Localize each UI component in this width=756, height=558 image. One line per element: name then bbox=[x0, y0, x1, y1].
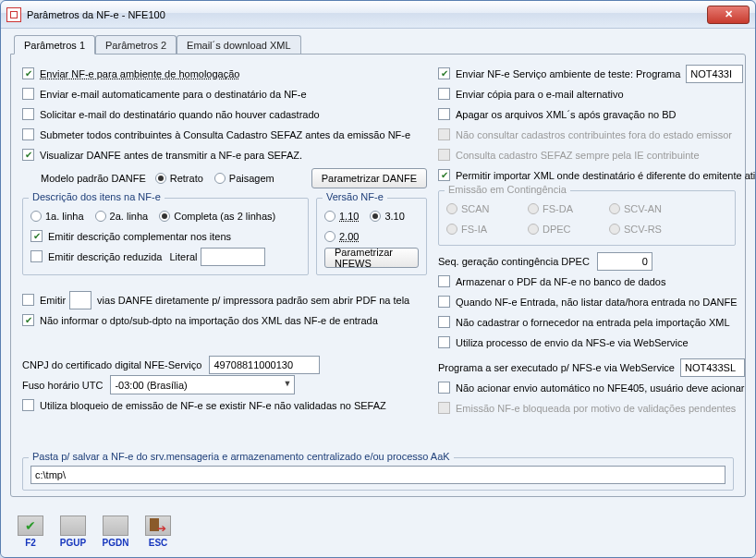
input-prog-ws[interactable] bbox=[680, 358, 745, 377]
radio-paisagem[interactable] bbox=[214, 173, 226, 184]
input-seq-dpec[interactable] bbox=[597, 252, 652, 271]
lbl-fsda: FS-DA bbox=[543, 203, 598, 214]
lbl-homologacao: Enviar NF-e para ambiente de homologação bbox=[40, 68, 239, 79]
chk-solicitar-email[interactable] bbox=[22, 108, 34, 120]
lbl-scvrs: SCV-RS bbox=[624, 224, 662, 235]
lbl-completa: Completa (as 2 linhas) bbox=[174, 211, 275, 222]
input-vias[interactable] bbox=[69, 291, 91, 309]
select-fuso-value: -03:00 (Brasília) bbox=[115, 380, 187, 391]
app-icon bbox=[6, 7, 21, 22]
pgdn-icon bbox=[103, 516, 128, 536]
legend-contingencia: Emissão em Contingência bbox=[445, 184, 570, 195]
chk-nao-acionar[interactable] bbox=[438, 382, 450, 394]
radio-v200[interactable] bbox=[324, 231, 335, 242]
chk-homologacao[interactable] bbox=[22, 67, 34, 79]
lbl-emitir-reduzida: Emitir descrição reduzida bbox=[48, 251, 163, 262]
lbl-email-auto: Enviar e-mail automaticamente para o des… bbox=[40, 89, 307, 100]
chk-emitir-reduzida[interactable] bbox=[30, 250, 43, 262]
btn-pgup[interactable]: PGUP bbox=[56, 516, 90, 548]
btn-parametrizar-nfews[interactable]: Parametrizar NFEWS bbox=[324, 248, 419, 268]
btn-parametrizar-danfe[interactable]: Parametrizar DANFE bbox=[311, 168, 427, 188]
lbl-copia-email: Enviar cópia para o e-mail alternativo bbox=[456, 89, 624, 100]
radio-retrato[interactable] bbox=[155, 173, 166, 184]
lbl-v310: 3.10 bbox=[384, 211, 404, 222]
chk-permitir-importar[interactable] bbox=[438, 169, 450, 181]
lbl-submeter-sefaz: Submeter todos contribuintes à Consulta … bbox=[40, 129, 410, 140]
chk-webservice[interactable] bbox=[438, 336, 450, 348]
lbl-nao-consultar: Não consultar cadastros contribuintes fo… bbox=[456, 129, 732, 140]
lbl-webservice: Utiliza processo de envio da NFS-e via W… bbox=[456, 337, 689, 348]
radio-v310[interactable] bbox=[370, 211, 381, 222]
legend-versao: Versão NF-e bbox=[323, 191, 387, 202]
chk-nao-informar-dpto[interactable] bbox=[22, 314, 34, 326]
lbl-modelo-danfe: Modelo padrão DANFE bbox=[41, 173, 146, 184]
radio-1linha[interactable] bbox=[30, 211, 42, 222]
chk-entrada-data[interactable] bbox=[438, 296, 450, 308]
radio-v110[interactable] bbox=[324, 211, 335, 222]
chk-bloqueio[interactable] bbox=[22, 399, 34, 411]
lbl-literal: Literal bbox=[170, 251, 198, 262]
chk-emitir-vias[interactable] bbox=[22, 294, 34, 306]
input-literal[interactable] bbox=[201, 248, 265, 266]
chk-copia-email[interactable] bbox=[438, 88, 450, 100]
lbl-apagar-xml: Apagar os arquivos XML´s após gravação n… bbox=[456, 109, 676, 120]
radio-fsia bbox=[446, 224, 457, 235]
tab-parametros-2[interactable]: Parâmetros 2 bbox=[95, 35, 177, 55]
lbl-fsia: FS-IA bbox=[461, 224, 517, 235]
radio-completa[interactable] bbox=[159, 211, 170, 222]
lbl-emitir-complementar: Emitir descrição complementar nos itens bbox=[48, 231, 231, 242]
lbl-retrato: Retrato bbox=[170, 173, 203, 184]
lbl-dpec: DPEC bbox=[543, 224, 598, 235]
lbl-seq-dpec: Seq. geração contingência DPEC bbox=[438, 256, 590, 267]
btn-pgdn[interactable]: PGDN bbox=[99, 516, 132, 548]
chk-email-auto[interactable] bbox=[22, 88, 34, 100]
footer-toolbar: ✔ F2 PGUP PGDN ➔ ESC bbox=[14, 516, 175, 548]
legend-pasta: Pasta p/ salvar a NF-e do srv.mensageria… bbox=[29, 451, 454, 462]
lbl-servico-teste: Enviar NF-e Serviço ambiente de teste: P… bbox=[456, 68, 680, 79]
lbl-paisagem: Paisagem bbox=[229, 173, 274, 184]
window-title: Parâmetros da NF-e - NFE100 bbox=[27, 9, 707, 20]
chk-nao-cad-forn[interactable] bbox=[438, 316, 450, 328]
radio-scvrs bbox=[609, 224, 620, 235]
chk-consulta-ie bbox=[438, 149, 450, 161]
chk-emissao-bloqueada bbox=[438, 402, 450, 414]
legend-descricao: Descrição dos itens na NF-e bbox=[29, 191, 165, 202]
group-descricao-itens: Descrição dos itens na NF-e 1a. linha 2a… bbox=[22, 198, 309, 275]
lbl-emitir: Emitir bbox=[40, 295, 66, 306]
lbl-prog-ws: Programa a ser executado p/ NFS-e via We… bbox=[438, 362, 675, 373]
btn-f2[interactable]: ✔ F2 bbox=[14, 516, 47, 548]
chk-nao-consultar bbox=[438, 128, 450, 140]
input-pasta[interactable] bbox=[30, 466, 726, 484]
lbl-2linha: 2a. linha bbox=[110, 211, 149, 222]
chk-apagar-xml[interactable] bbox=[438, 108, 450, 120]
chk-servico-teste[interactable] bbox=[438, 67, 450, 79]
select-fuso[interactable]: -03:00 (Brasília) bbox=[110, 375, 295, 394]
input-prog-teste[interactable] bbox=[686, 65, 743, 83]
tab-page: Enviar NF-e para ambiente de homologação… bbox=[10, 54, 746, 497]
group-pasta: Pasta p/ salvar a NF-e do srv.mensageria… bbox=[22, 457, 734, 491]
radio-fsda bbox=[528, 203, 539, 214]
radio-scan bbox=[446, 203, 457, 214]
pgup-icon bbox=[60, 516, 86, 536]
lbl-solicitar-email: Solicitar e-mail do destinatário quando … bbox=[40, 109, 320, 120]
lbl-fuso: Fuso horário UTC bbox=[22, 380, 103, 391]
chk-submeter-sefaz[interactable] bbox=[22, 128, 34, 140]
tabs: Parâmetros 1 Parâmetros 2 Email´s downlo… bbox=[14, 34, 746, 54]
radio-dpec bbox=[528, 224, 539, 235]
tab-emails-download-xml[interactable]: Email´s download XML bbox=[177, 35, 301, 55]
lbl-visualizar-danfe: Visualizar DANFE antes de transmitir a N… bbox=[40, 150, 302, 161]
close-button[interactable]: ✕ bbox=[707, 6, 750, 24]
lbl-nao-cad-forn: Não cadastrar o fornecedor na entrada pe… bbox=[456, 317, 730, 328]
tab-parametros-1[interactable]: Parâmetros 1 bbox=[14, 35, 95, 55]
lbl-scan: SCAN bbox=[461, 203, 517, 214]
lbl-nao-acionar: Não acionar envio automático no NFE405, … bbox=[456, 382, 744, 394]
input-cnpj[interactable] bbox=[209, 356, 320, 374]
lbl-v200: 2.00 bbox=[339, 231, 359, 242]
btn-esc[interactable]: ➔ ESC bbox=[141, 516, 175, 548]
lbl-1linha: 1a. linha bbox=[45, 211, 84, 222]
lbl-scvan: SCV-AN bbox=[624, 203, 662, 214]
radio-2linha[interactable] bbox=[95, 211, 106, 222]
chk-emitir-complementar[interactable] bbox=[30, 230, 43, 242]
chk-armazenar-pdf[interactable] bbox=[438, 275, 450, 287]
chk-visualizar-danfe[interactable] bbox=[22, 149, 34, 161]
